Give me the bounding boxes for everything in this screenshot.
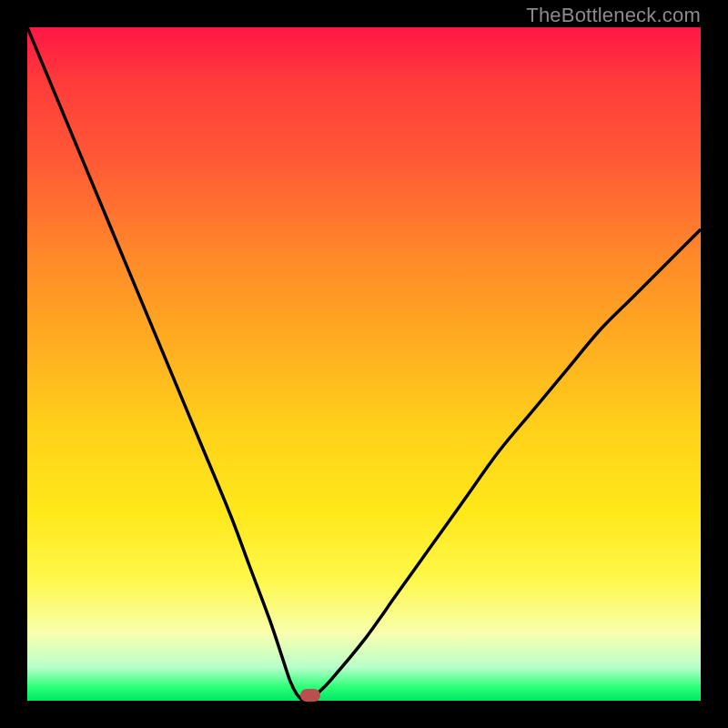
watermark-text: TheBottleneck.com bbox=[526, 4, 701, 27]
optimal-point-marker bbox=[300, 689, 320, 702]
bottleneck-curve bbox=[27, 27, 701, 701]
chart-frame: TheBottleneck.com bbox=[0, 0, 728, 728]
chart-plot-area bbox=[27, 27, 701, 701]
